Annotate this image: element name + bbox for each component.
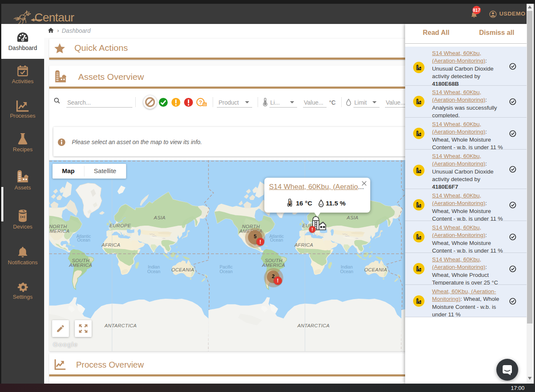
- svg-text:?: ?: [199, 99, 202, 105]
- svg-text:MC: MC: [320, 204, 323, 206]
